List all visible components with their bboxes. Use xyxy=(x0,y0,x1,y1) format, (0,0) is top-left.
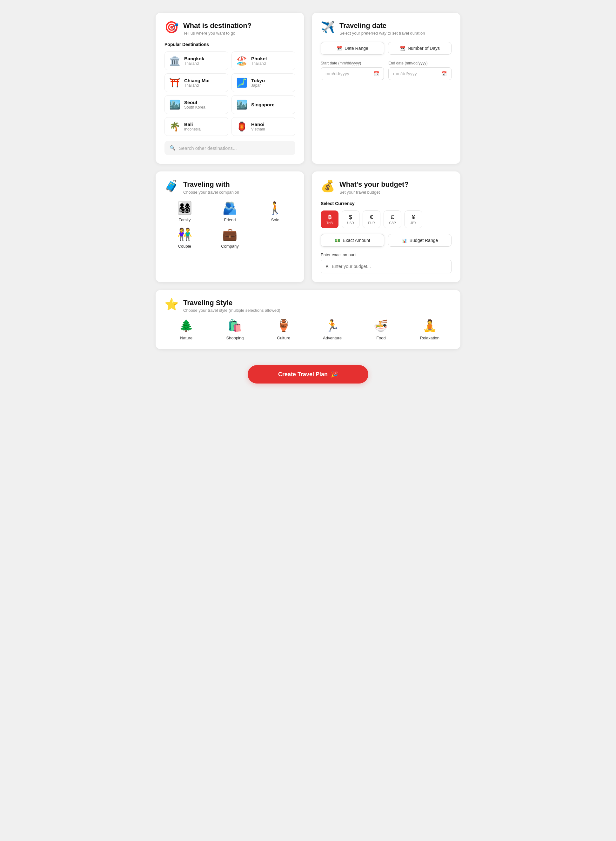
search-icon: 🔍 xyxy=(170,145,176,151)
travel-style-card: ⭐ Traveling Style Choose your travel sty… xyxy=(155,290,461,349)
tab-icon: 📆 xyxy=(400,46,405,51)
destination-item-phuket[interactable]: 🏖️ Phuket Thailand xyxy=(232,51,295,70)
travel-style-subtitle: Choose your travel style (multiple selec… xyxy=(183,308,280,313)
budget-type-icon: 📊 xyxy=(402,238,407,243)
destination-item-singapore[interactable]: 🏙️ Singapore xyxy=(232,95,295,114)
budget-type-btn-exact-amount[interactable]: 💵Exact Amount xyxy=(321,234,384,247)
budget-header: 💰 What's your budget? Set your travel bu… xyxy=(321,180,452,194)
currency-btn-eur[interactable]: €EUR xyxy=(362,211,380,228)
budget-card: 💰 What's your budget? Set your travel bu… xyxy=(312,171,461,282)
end-date-input[interactable]: mm/dd/yyyy 📅 xyxy=(388,67,452,80)
destination-card: 🎯 What is destination? Tell us where you… xyxy=(155,13,304,164)
traveling-with-subtitle: Choose your travel companion xyxy=(183,190,239,195)
dest-icon: 🏛️ xyxy=(169,56,180,66)
start-date-input[interactable]: mm/dd/yyyy 📅 xyxy=(321,67,384,80)
create-btn-label: Create Travel Plan xyxy=(278,371,328,378)
style-item-relaxation[interactable]: 🧘 Relaxation xyxy=(408,319,452,340)
dest-country: Indonesia xyxy=(184,127,201,132)
dest-name: Singapore xyxy=(251,102,274,107)
budget-type-icon: 💵 xyxy=(335,238,340,243)
companion-icon: 👫 xyxy=(177,227,192,241)
companion-item-company[interactable]: 💼 Company xyxy=(210,227,250,249)
style-item-shopping[interactable]: 🛍️ Shopping xyxy=(213,319,257,340)
currency-code: GBP xyxy=(389,221,396,225)
travel-style-icon: ⭐ xyxy=(164,299,179,310)
dest-icon: 🏖️ xyxy=(236,56,247,66)
currency-btn-usd[interactable]: $USD xyxy=(342,211,359,228)
companion-item-couple[interactable]: 👫 Couple xyxy=(164,227,205,249)
dest-name: Tokyo xyxy=(251,78,265,83)
dest-name: Hanoi xyxy=(251,122,265,127)
dest-icon: ⛩️ xyxy=(169,78,180,88)
calendar-icon-end: 📅 xyxy=(441,71,447,76)
date-fields-row: Start date (mm/dd/yyyy) mm/dd/yyyy 📅 End… xyxy=(321,61,452,80)
companion-item-family[interactable]: 👨‍👩‍👧‍👦 Family xyxy=(164,201,205,222)
budget-input-wrapper: ฿ xyxy=(321,260,452,273)
style-icon: 🧘 xyxy=(422,319,437,333)
dest-icon: 🏙️ xyxy=(169,100,180,110)
dest-name: Phuket xyxy=(251,56,267,61)
destination-item-chiang-mai[interactable]: ⛩️ Chiang Mai Thailand xyxy=(164,73,228,92)
budget-currency-sym: ฿ xyxy=(326,264,329,270)
currency-symbol: ฿ xyxy=(328,214,331,221)
budget-type-btn-budget-range[interactable]: 📊Budget Range xyxy=(388,234,452,247)
dest-country: Thailand xyxy=(251,61,267,66)
dest-country: Vietnam xyxy=(251,127,265,132)
calendar-icon-start: 📅 xyxy=(374,71,379,76)
destination-item-bali[interactable]: 🌴 Bali Indonesia xyxy=(164,117,228,136)
travel-date-title: Traveling date xyxy=(339,22,425,30)
destination-item-seoul[interactable]: 🏙️ Seoul South Korea xyxy=(164,95,228,114)
currency-btn-jpy[interactable]: ¥JPY xyxy=(405,211,422,228)
companion-item-friend[interactable]: 🫂 Friend xyxy=(210,201,250,222)
style-item-culture[interactable]: 🏺 Culture xyxy=(262,319,305,340)
create-travel-plan-button[interactable]: Create Travel Plan 🎉 xyxy=(248,365,368,384)
budget-icon: 💰 xyxy=(321,180,335,192)
style-label: Shopping xyxy=(226,336,244,340)
currency-btn-thb[interactable]: ฿THB xyxy=(321,211,339,228)
search-placeholder: Search other destinations... xyxy=(179,145,237,151)
travel-style-title: Traveling Style xyxy=(183,299,280,307)
style-label: Relaxation xyxy=(420,336,440,340)
start-date-field: Start date (mm/dd/yyyy) mm/dd/yyyy 📅 xyxy=(321,61,384,80)
dest-country: South Korea xyxy=(184,105,205,110)
date-tab-date-range[interactable]: 📅Date Range xyxy=(321,42,384,54)
style-item-nature[interactable]: 🌲 Nature xyxy=(164,319,208,340)
date-tab-number-of-days[interactable]: 📆Number of Days xyxy=(388,42,452,54)
currency-label: Select Currency xyxy=(321,201,452,206)
traveling-with-icon: 🧳 xyxy=(164,180,179,192)
style-item-food[interactable]: 🍜 Food xyxy=(359,319,403,340)
currency-row: ฿THB$USD€EUR£GBP¥JPY xyxy=(321,211,452,228)
dest-name: Seoul xyxy=(184,100,205,105)
currency-code: THB xyxy=(326,221,333,225)
companion-icon: 💼 xyxy=(222,227,237,241)
dest-icon: 🌴 xyxy=(169,121,180,132)
style-label: Food xyxy=(376,336,386,340)
travel-date-header: ✈️ Traveling date Select your preferred … xyxy=(321,22,452,35)
destination-item-bangkok[interactable]: 🏛️ Bangkok Thailand xyxy=(164,51,228,70)
budget-input[interactable] xyxy=(332,264,447,269)
style-item-adventure[interactable]: 🏃 Adventure xyxy=(311,319,354,340)
destination-item-tokyo[interactable]: 🗾 Tokyo Japan xyxy=(232,73,295,92)
dest-icon: 🏮 xyxy=(236,121,247,132)
bottom-row: ⭐ Traveling Style Choose your travel sty… xyxy=(155,290,461,349)
companion-item-solo[interactable]: 🚶 Solo xyxy=(255,201,295,222)
currency-symbol: £ xyxy=(391,214,394,221)
start-date-placeholder: mm/dd/yyyy xyxy=(326,71,349,76)
companion-label: Friend xyxy=(224,217,236,222)
dest-name: Bangkok xyxy=(184,56,204,61)
currency-btn-gbp[interactable]: £GBP xyxy=(384,211,401,228)
tab-label: Number of Days xyxy=(408,46,440,51)
style-label: Adventure xyxy=(323,336,342,340)
budget-subtitle: Set your travel budget xyxy=(339,190,409,195)
destination-search[interactable]: 🔍 Search other destinations... xyxy=(164,141,295,155)
end-date-label: End date (mm/dd/yyyy) xyxy=(388,61,452,65)
destination-item-hanoi[interactable]: 🏮 Hanoi Vietnam xyxy=(232,117,295,136)
traveling-with-header: 🧳 Traveling with Choose your travel comp… xyxy=(164,180,295,194)
style-icon: 🌲 xyxy=(179,319,194,333)
tab-icon: 📅 xyxy=(337,46,342,51)
destination-header: 🎯 What is destination? Tell us where you… xyxy=(164,22,295,35)
style-icon: 🏃 xyxy=(325,319,339,333)
currency-code: USD xyxy=(347,221,354,225)
budget-type-label: Exact Amount xyxy=(343,238,370,243)
dest-country: Thailand xyxy=(184,83,210,88)
